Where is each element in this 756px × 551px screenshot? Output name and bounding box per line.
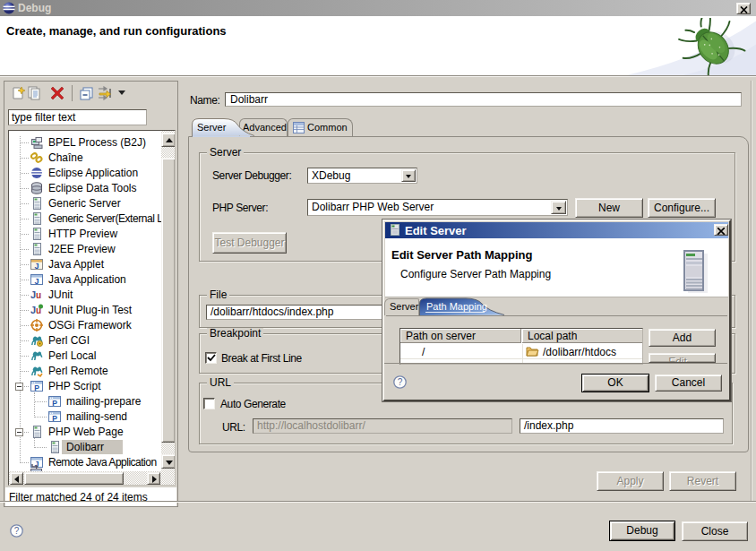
svg-text:?: ?	[14, 526, 20, 536]
svg-text:u: u	[36, 290, 41, 300]
svg-text:J: J	[34, 262, 39, 271]
svg-text:?: ?	[398, 377, 403, 387]
